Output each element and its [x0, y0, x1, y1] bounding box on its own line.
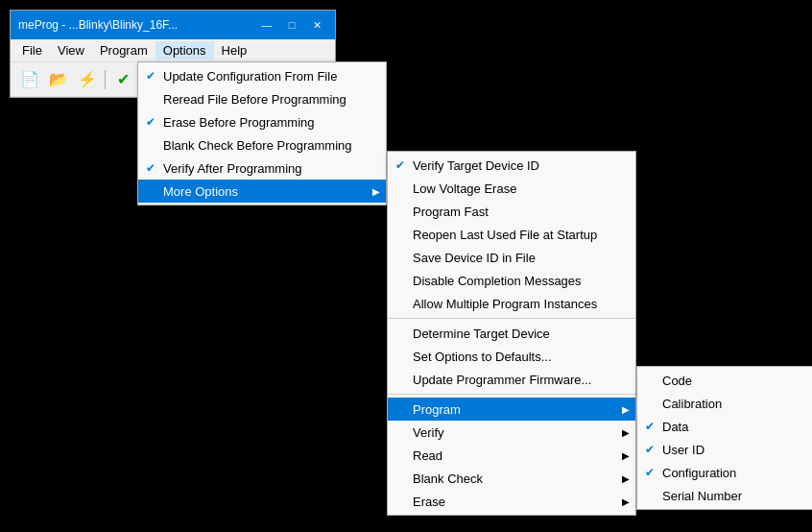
option-save-device-label: Save Device ID in File [413, 251, 616, 265]
program-code[interactable]: Code [637, 369, 812, 392]
program-data-label: Data [662, 420, 812, 434]
checkmark-green-icon: ✔ [117, 70, 130, 88]
option-program-sub[interactable]: Program ▶ [388, 398, 635, 421]
option-blank-label: Blank Check Before Programming [163, 138, 367, 153]
flash-icon: ⚡ [78, 70, 97, 88]
title-bar: meProg - ...Blinky\Blinky_16F... — □ ✕ [11, 11, 335, 39]
program-configuration-label: Configuration [662, 466, 812, 480]
option-set-defaults-label: Set Options to Defaults... [413, 350, 616, 364]
option-disable-completion-label: Disable Completion Messages [413, 274, 616, 288]
option-disable-completion[interactable]: Disable Completion Messages [388, 269, 635, 292]
window-controls: — □ ✕ [256, 16, 327, 34]
program-dropdown: Code Calibration ✔ Data ✔ User ID ✔ Conf… [636, 366, 812, 510]
more-options-arrow-icon: ▶ [372, 186, 380, 197]
option-erase-before[interactable]: ✔ Erase Before Programming [138, 110, 386, 133]
option-set-defaults[interactable]: Set Options to Defaults... [388, 345, 635, 368]
option-program-sub-label: Program [413, 402, 616, 417]
option-allow-multiple-label: Allow Multiple Program Instances [413, 297, 616, 311]
option-blank-check[interactable]: Blank Check Before Programming [138, 133, 386, 157]
option-determine-target[interactable]: Determine Target Device [388, 322, 635, 345]
checkmark-user-id: ✔ [645, 443, 662, 456]
program-user-id-label: User ID [662, 443, 812, 457]
menu-help[interactable]: Help [214, 41, 255, 60]
program-serial-number[interactable]: Serial Number [637, 484, 812, 507]
more-options-dropdown: ✔ Verify Target Device ID Low Voltage Er… [387, 151, 636, 516]
toolbar-verify-green-button[interactable]: ✔ [109, 66, 136, 93]
program-configuration[interactable]: ✔ Configuration [637, 461, 812, 484]
menu-view[interactable]: View [50, 41, 92, 60]
option-read-sub-label: Read [413, 448, 616, 463]
options-dropdown: ✔ Update Configuration From File Reread … [137, 61, 387, 206]
menu-file[interactable]: File [14, 41, 50, 60]
option-program-fast[interactable]: Program Fast [388, 200, 635, 223]
open-icon: 📂 [49, 70, 68, 88]
option-update-firmware[interactable]: Update Programmer Firmware... [388, 368, 635, 391]
menu-bar: File View Program Options Help [11, 39, 335, 62]
option-reread-label: Reread File Before Programming [163, 92, 367, 107]
checkmark-erase: ✔ [146, 115, 163, 129]
separator-1 [388, 318, 635, 319]
program-user-id[interactable]: ✔ User ID [637, 438, 812, 461]
option-low-voltage[interactable]: Low Voltage Erase [388, 177, 635, 200]
option-program-fast-label: Program Fast [413, 205, 616, 219]
option-blank-check-sub[interactable]: Blank Check ▶ [388, 467, 635, 490]
menu-options[interactable]: Options [155, 41, 214, 60]
program-calibration-label: Calibration [662, 397, 812, 411]
option-update-firmware-label: Update Programmer Firmware... [413, 373, 616, 387]
option-verify-target-label: Verify Target Device ID [413, 158, 616, 173]
checkmark-update-config: ✔ [146, 69, 163, 83]
toolbar-flash-button[interactable]: ⚡ [74, 66, 101, 93]
option-verify-target[interactable]: ✔ Verify Target Device ID [388, 154, 635, 177]
option-allow-multiple[interactable]: Allow Multiple Program Instances [388, 292, 635, 315]
option-reopen-last[interactable]: Reopen Last Used File at Startup [388, 223, 635, 246]
program-calibration[interactable]: Calibration [637, 392, 812, 415]
program-code-label: Code [662, 374, 812, 388]
option-update-config-label: Update Configuration From File [163, 69, 367, 84]
option-save-device-id[interactable]: Save Device ID in File [388, 246, 635, 269]
checkmark-data: ✔ [645, 420, 662, 433]
option-erase-sub[interactable]: Erase ▶ [388, 490, 635, 513]
option-reread-file[interactable]: Reread File Before Programming [138, 87, 386, 110]
program-arrow-icon: ▶ [622, 404, 630, 415]
toolbar-new-button[interactable]: 📄 [16, 66, 43, 93]
program-serial-label: Serial Number [662, 489, 812, 503]
erase-arrow-icon: ▶ [622, 496, 630, 507]
option-blank-check-sub-label: Blank Check [413, 472, 616, 486]
checkmark-verify: ✔ [146, 161, 163, 175]
close-button[interactable]: ✕ [306, 16, 327, 34]
minimize-button[interactable]: — [256, 16, 277, 34]
blank-check-arrow-icon: ▶ [622, 473, 630, 484]
option-more-label: More Options [163, 184, 367, 199]
option-verify-label: Verify After Programming [163, 161, 367, 176]
option-low-voltage-label: Low Voltage Erase [413, 181, 616, 196]
option-read-sub[interactable]: Read ▶ [388, 444, 635, 467]
option-erase-sub-label: Erase [413, 495, 616, 509]
option-verify-sub-label: Verify [413, 425, 616, 440]
toolbar-open-button[interactable]: 📂 [45, 66, 72, 93]
toolbar-separator-1 [105, 70, 106, 89]
option-verify-sub[interactable]: Verify ▶ [388, 421, 635, 444]
read-arrow-icon: ▶ [622, 450, 630, 461]
window-title: meProg - ...Blinky\Blinky_16F... [18, 18, 178, 32]
verify-arrow-icon: ▶ [622, 427, 630, 438]
new-icon: 📄 [20, 70, 39, 88]
maximize-button[interactable]: □ [281, 16, 302, 34]
option-update-config[interactable]: ✔ Update Configuration From File [138, 64, 386, 87]
option-determine-label: Determine Target Device [413, 326, 616, 341]
option-reopen-label: Reopen Last Used File at Startup [413, 228, 616, 242]
menu-program[interactable]: Program [92, 41, 155, 60]
program-data[interactable]: ✔ Data [637, 415, 812, 438]
checkmark-verify-target: ✔ [395, 158, 413, 172]
separator-2 [388, 394, 635, 395]
option-erase-label: Erase Before Programming [163, 115, 367, 130]
option-verify-after[interactable]: ✔ Verify After Programming [138, 157, 386, 180]
checkmark-configuration: ✔ [645, 466, 662, 479]
option-more-options[interactable]: More Options ▶ [138, 180, 386, 203]
